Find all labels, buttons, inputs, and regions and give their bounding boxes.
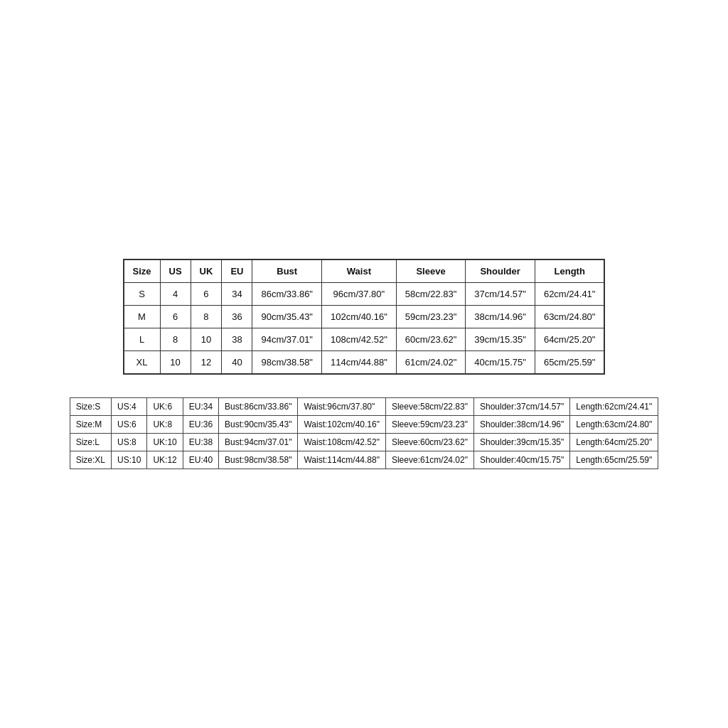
table-cell: S xyxy=(124,283,161,306)
table-cell: 39cm/15.35" xyxy=(466,328,535,351)
table-body: S463486cm/33.86"96cm/37.80"58cm/22.83"37… xyxy=(124,283,605,375)
table-cell: Waist:114cm/44.88" xyxy=(298,451,386,469)
table-cell: Length:62cm/24.41" xyxy=(570,398,658,416)
table-cell: 90cm/35.43" xyxy=(252,306,322,328)
table-cell: Waist:96cm/37.80" xyxy=(298,398,386,416)
table-cell: EU:34 xyxy=(183,398,218,416)
table-cell: Length:64cm/25.20" xyxy=(570,434,658,451)
table-cell: Size:S xyxy=(70,398,111,416)
table-cell: UK:6 xyxy=(147,398,183,416)
table-cell: 40 xyxy=(222,351,252,375)
table-header-cell: EU xyxy=(222,259,252,283)
table-header-cell: Sleeve xyxy=(396,259,466,283)
table-header-cell: Waist xyxy=(322,259,397,283)
table-cell: Shoulder:37cm/14.57" xyxy=(473,398,569,416)
table-cell: Bust:94cm/37.01" xyxy=(219,434,298,451)
table-cell: 94cm/37.01" xyxy=(252,328,322,351)
table-cell: 6 xyxy=(160,306,191,328)
table-cell: Sleeve:59cm/23.23" xyxy=(385,416,473,434)
table-row: S463486cm/33.86"96cm/37.80"58cm/22.83"37… xyxy=(124,283,605,306)
table-cell: 34 xyxy=(222,283,252,306)
table-cell: Shoulder:38cm/14.96" xyxy=(473,416,569,434)
table-cell: 114cm/44.88" xyxy=(322,351,397,375)
table-row: Size:SUS:4UK:6EU:34Bust:86cm/33.86"Waist… xyxy=(70,398,658,416)
table-cell: US:6 xyxy=(112,416,147,434)
table-cell: 98cm/38.58" xyxy=(252,351,322,375)
table-cell: L xyxy=(124,328,161,351)
table-cell: 59cm/23.23" xyxy=(396,306,466,328)
table-cell: 63cm/24.80" xyxy=(535,306,604,328)
table-cell: 60cm/23.62" xyxy=(396,328,466,351)
table-cell: UK:12 xyxy=(147,451,183,469)
table-cell: Sleeve:61cm/24.02" xyxy=(385,451,473,469)
table-cell: Bust:86cm/33.86" xyxy=(219,398,298,416)
table-cell: 8 xyxy=(191,306,222,328)
table-cell: Waist:108cm/42.52" xyxy=(298,434,386,451)
table-row: L8103894cm/37.01"108cm/42.52"60cm/23.62"… xyxy=(124,328,605,351)
table-cell: 65cm/25.59" xyxy=(535,351,604,375)
table-cell: 64cm/25.20" xyxy=(535,328,604,351)
table-cell: Sleeve:58cm/22.83" xyxy=(385,398,473,416)
table-row: XL10124098cm/38.58"114cm/44.88"61cm/24.0… xyxy=(124,351,605,375)
tables-wrapper: SizeUSUKEUBustWaistSleeveShoulderLength … xyxy=(0,230,728,498)
table-cell: US:8 xyxy=(112,434,147,451)
size-chart-table-2: Size:SUS:4UK:6EU:34Bust:86cm/33.86"Waist… xyxy=(70,397,659,469)
table-cell: 36 xyxy=(222,306,252,328)
table-header-cell: Length xyxy=(535,259,604,283)
table-cell: Bust:90cm/35.43" xyxy=(219,416,298,434)
table-cell: 58cm/22.83" xyxy=(396,283,466,306)
table-cell: 8 xyxy=(160,328,191,351)
table-cell: 10 xyxy=(191,328,222,351)
table-cell: 86cm/33.86" xyxy=(252,283,322,306)
table-cell: US:4 xyxy=(112,398,147,416)
table-cell: Shoulder:40cm/15.75" xyxy=(473,451,569,469)
table-cell: Waist:102cm/40.16" xyxy=(298,416,386,434)
table-row: Size:LUS:8UK:10EU:38Bust:94cm/37.01"Wais… xyxy=(70,434,658,451)
table-row: Size:XLUS:10UK:12EU:40Bust:98cm/38.58"Wa… xyxy=(70,451,658,469)
table-header-cell: UK xyxy=(191,259,222,283)
table-header-cell: Size xyxy=(124,259,161,283)
table-cell: Size:XL xyxy=(70,451,111,469)
table-row: Size:MUS:6UK:8EU:36Bust:90cm/35.43"Waist… xyxy=(70,416,658,434)
table-cell: Length:63cm/24.80" xyxy=(570,416,658,434)
table-header-row: SizeUSUKEUBustWaistSleeveShoulderLength xyxy=(124,259,605,283)
table-cell: Size:L xyxy=(70,434,111,451)
table2-body: Size:SUS:4UK:6EU:34Bust:86cm/33.86"Waist… xyxy=(70,398,658,469)
table-row: M683690cm/35.43"102cm/40.16"59cm/23.23"3… xyxy=(124,306,605,328)
table-cell: UK:8 xyxy=(147,416,183,434)
table-cell: 4 xyxy=(160,283,191,306)
table-cell: 6 xyxy=(191,283,222,306)
table-cell: 102cm/40.16" xyxy=(322,306,397,328)
table-cell: 37cm/14.57" xyxy=(466,283,535,306)
table-cell: Size:M xyxy=(70,416,111,434)
table-cell: 38 xyxy=(222,328,252,351)
size-chart-table-1: SizeUSUKEUBustWaistSleeveShoulderLength … xyxy=(123,259,606,375)
table-cell: EU:36 xyxy=(183,416,218,434)
table-cell: UK:10 xyxy=(147,434,183,451)
table-cell: Shoulder:39cm/15.35" xyxy=(473,434,569,451)
table-header-cell: US xyxy=(160,259,191,283)
table-cell: 108cm/42.52" xyxy=(322,328,397,351)
table-cell: 61cm/24.02" xyxy=(396,351,466,375)
table-cell: EU:40 xyxy=(183,451,218,469)
table-cell: 12 xyxy=(191,351,222,375)
table-cell: 38cm/14.96" xyxy=(466,306,535,328)
table-cell: Sleeve:60cm/23.62" xyxy=(385,434,473,451)
table-cell: 62cm/24.41" xyxy=(535,283,604,306)
table-cell: 10 xyxy=(160,351,191,375)
table-cell: M xyxy=(124,306,161,328)
table-cell: 96cm/37.80" xyxy=(322,283,397,306)
table-header-cell: Shoulder xyxy=(466,259,535,283)
table-cell: Bust:98cm/38.58" xyxy=(219,451,298,469)
table-cell: XL xyxy=(124,351,161,375)
table-header-cell: Bust xyxy=(252,259,322,283)
table-cell: Length:65cm/25.59" xyxy=(570,451,658,469)
table-cell: US:10 xyxy=(112,451,147,469)
table-cell: EU:38 xyxy=(183,434,218,451)
table-cell: 40cm/15.75" xyxy=(466,351,535,375)
